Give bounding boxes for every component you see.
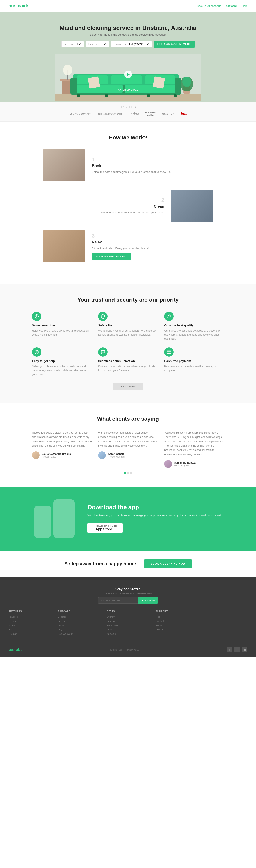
step-3-image xyxy=(42,230,85,262)
footer-subscribe-button[interactable]: SUBSCRIBE xyxy=(138,597,158,603)
step-2-image xyxy=(171,190,213,222)
logo-business-insider: BusinessInsider xyxy=(145,111,156,117)
trust-section: Your trust and security are our priority… xyxy=(0,284,256,403)
step-2-content: 2 Clean A certified cleaner comes over a… xyxy=(42,197,164,215)
footer-col-cities: Cities Sydney Brisbane Melbourne Perth A… xyxy=(107,610,149,637)
trust-item-help-title: Easy to get help xyxy=(32,359,92,363)
social-links: f t in xyxy=(227,647,248,652)
step-2-title: Clean xyxy=(42,204,164,209)
card-icon xyxy=(164,347,174,357)
author-3-avatar xyxy=(164,460,172,468)
footer-link-about[interactable]: About xyxy=(8,624,51,627)
trust-item-payment-desc: Pay securely online only when the cleani… xyxy=(164,364,224,372)
footer-bottom: ausmaids Terms of Use Privacy Policy f t… xyxy=(8,643,248,652)
footer-col-support: Support Help Contact Terms Privacy xyxy=(156,610,198,637)
footer-stay-title: Stay connected xyxy=(8,587,248,591)
footer-col-giftcard: Giftcard Contact Privacy Terms FAQ How W… xyxy=(58,610,100,637)
footer-terms-link[interactable]: Terms of Use xyxy=(110,649,122,651)
trust-item-help-desc: Select your ZIP code, number of bedrooms… xyxy=(32,364,92,377)
cleaning-select[interactable]: Every weekEvery 2 weeksOnce xyxy=(129,42,149,46)
facebook-icon[interactable]: f xyxy=(227,647,232,652)
footer-col-giftcard-title: Giftcard xyxy=(58,610,100,613)
chat-icon xyxy=(98,347,108,357)
footer-link-brisbane[interactable]: Brisbane xyxy=(107,620,149,622)
cta-strip-section: A step away from a happy home BOOK A CLE… xyxy=(0,551,256,577)
footer-columns: Features Features Pricing About Blog Sit… xyxy=(8,610,248,637)
testimonials-section: What clients are saying I booked AusMaid… xyxy=(0,403,256,487)
twitter-icon[interactable]: t xyxy=(234,647,240,652)
instagram-icon[interactable]: in xyxy=(242,647,248,652)
relax-book-button[interactable]: BOOK AN APPOINTMENT xyxy=(92,253,131,260)
footer-link-sitemap[interactable]: Sitemap xyxy=(8,632,51,635)
play-video-button[interactable] xyxy=(124,70,132,78)
footer-link-terms2[interactable]: Terms xyxy=(156,624,198,627)
logo-forbes: Forbes xyxy=(129,112,139,116)
trust-item-safety: Safety first We rigorously vet all of ou… xyxy=(98,312,158,341)
author-2-avatar xyxy=(98,452,106,459)
step-2-number: 2 xyxy=(42,197,164,203)
step-1-title: Book xyxy=(92,164,213,168)
book-appointment-button[interactable]: BOOK AN APPOINTMENT xyxy=(153,40,195,48)
bedrooms-field[interactable]: Bedrooms 1234 xyxy=(61,41,84,47)
dot-1[interactable] xyxy=(124,472,126,474)
shield-icon xyxy=(98,312,108,321)
footer-link-privacy2[interactable]: Privacy xyxy=(156,628,198,631)
learn-more-button[interactable]: LEARN MORE xyxy=(113,383,143,390)
step-3: 3 Relax Sit back and relax. Enjoy your s… xyxy=(42,230,213,262)
nav-book-link[interactable]: Book in 60 seconds xyxy=(197,4,221,7)
footer-link-adelaide[interactable]: Adelaide xyxy=(107,632,149,635)
thumbsup-icon xyxy=(164,312,174,321)
dot-3[interactable] xyxy=(130,472,132,474)
cta-strip-title: A step away from a happy home xyxy=(64,561,136,566)
nav-gift-link[interactable]: Gift card xyxy=(226,4,236,7)
footer-link-perth[interactable]: Perth xyxy=(107,628,149,631)
author-3-role: Web Designer xyxy=(174,464,196,467)
download-desc: With the Ausmaid, you can book and manag… xyxy=(87,513,222,518)
author-3-name: Samantha Rapoza xyxy=(174,461,196,464)
footer-link-privacy[interactable]: Privacy xyxy=(58,620,100,622)
phone-small xyxy=(34,506,51,538)
logo-inc: Inc. xyxy=(181,112,187,116)
bathrooms-select[interactable]: 123 xyxy=(101,42,107,46)
footer-link-help[interactable]: Help xyxy=(156,616,198,618)
footer-link-blog[interactable]: Blog xyxy=(8,628,51,631)
footer-link-pricing[interactable]: Pricing xyxy=(8,620,51,622)
featured-label: FEATURED IN xyxy=(8,106,248,108)
trust-item-quality: Only the best quality Our skilled profes… xyxy=(164,312,224,341)
step-3-title: Relax xyxy=(92,240,213,245)
how-section: How we work? 1 Book Select the date and … xyxy=(0,122,256,284)
step-3-desc: Sit back and relax. Enjoy your sparkling… xyxy=(92,246,213,251)
footer: Stay connected Subscribe to our newslett… xyxy=(0,577,256,657)
svg-rect-26 xyxy=(167,351,171,353)
footer-email-input[interactable] xyxy=(98,597,138,603)
footer-link-faq[interactable]: FAQ xyxy=(58,628,100,631)
footer-link-sydney[interactable]: Sydney xyxy=(107,616,149,618)
footer-link-melbourne[interactable]: Melbourne xyxy=(107,624,149,627)
svg-rect-11 xyxy=(77,94,80,97)
booking-form: Bedrooms 1234 Bathrooms 123 Cleaning typ… xyxy=(4,40,252,48)
footer-link-terms[interactable]: Terms xyxy=(58,624,100,627)
step-1-image xyxy=(42,150,85,181)
dot-2[interactable] xyxy=(127,472,129,474)
footer-link-contact[interactable]: Contact xyxy=(58,616,100,618)
testimonial-2-author: Aaron Scheid Project Manager xyxy=(98,452,158,459)
trust-grid: Saves your time Helps you live smarter, … xyxy=(32,312,224,377)
cleaning-type-field[interactable]: Cleaning type Every weekEvery 2 weeksOnc… xyxy=(111,41,152,47)
testimonials-grid: I booked AusMaid's cleaning service for … xyxy=(32,431,224,468)
author-2-role: Project Manager xyxy=(108,456,125,458)
footer-link-contact2[interactable]: Contact xyxy=(156,620,198,622)
footer-link-features[interactable]: Features xyxy=(8,616,51,618)
bedrooms-select[interactable]: 1234 xyxy=(76,42,82,46)
bathrooms-field[interactable]: Bathrooms 123 xyxy=(86,41,109,47)
book-cleaning-button[interactable]: BOOK A CLEANING NOW xyxy=(144,559,192,568)
footer-link-howwework[interactable]: How We Work xyxy=(58,632,100,635)
step-3-content: 3 Relax Sit back and relax. Enjoy your s… xyxy=(92,233,213,260)
svg-rect-15 xyxy=(70,78,77,95)
appstore-button[interactable]:  DOWNLOAD ON THE App Store xyxy=(87,523,123,533)
nav-help-link[interactable]: Help xyxy=(242,4,248,7)
appstore-pre-label: DOWNLOAD ON THE xyxy=(95,525,118,527)
phone-large xyxy=(53,499,75,538)
footer-privacy-link[interactable]: Privacy Policy xyxy=(126,649,139,651)
step-1-desc: Select the date and time you'd like your… xyxy=(92,170,213,175)
featured-logos: FASTCOMPANY The Washington Post Forbes B… xyxy=(8,111,248,117)
